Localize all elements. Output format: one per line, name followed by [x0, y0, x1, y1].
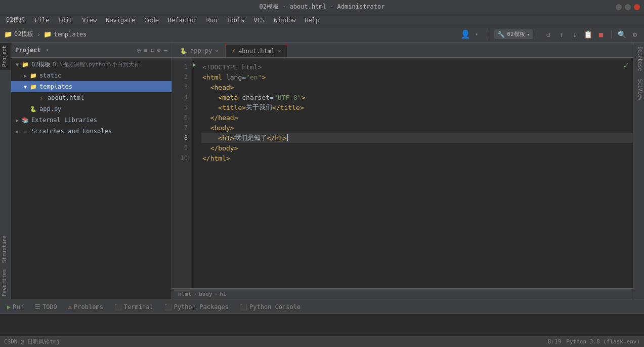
history-button[interactable]: 📋: [583, 29, 593, 40]
maximize-button[interactable]: [625, 4, 631, 10]
code-line-5: <title> 关于我们 </title>: [202, 102, 633, 112]
menu-edit[interactable]: Edit: [54, 16, 77, 25]
code-line-8: <h1> 我们是知了 </h1>: [201, 133, 633, 143]
problems-label: Problems: [74, 303, 103, 311]
about-html-label: about.html: [48, 94, 84, 101]
breadcrumb-html: html: [178, 291, 192, 297]
tab-about-html[interactable]: ⚡ about.html ✕: [225, 44, 287, 57]
editor-breadcrumb: html › body › h1: [172, 288, 633, 299]
sort-icon[interactable]: ⇅: [150, 47, 154, 54]
sync-button[interactable]: ↺: [543, 29, 553, 40]
ext-libs-label: External Libraries: [31, 117, 97, 124]
inspect-code-ok-icon: ✓: [623, 60, 629, 70]
status-csdn[interactable]: CSDN @ 日听风铃tmj: [4, 338, 60, 345]
status-python[interactable]: Python 3.8 (flask-env): [566, 338, 640, 345]
tree-expand-static[interactable]: ▶: [21, 73, 29, 79]
menu-vcs[interactable]: VCS: [249, 16, 269, 25]
right-tabs-strip: Database SciView: [633, 43, 644, 299]
title-bar: 02模板 - about.html - Administrator: [0, 0, 644, 14]
collapse-all-icon[interactable]: ≡: [144, 47, 147, 54]
tab-close-app-py[interactable]: ✕: [215, 48, 218, 54]
project-tab[interactable]: Project: [0, 43, 11, 70]
tree-item-static[interactable]: ▶ 📁 static: [11, 70, 171, 81]
python-packages-icon: ⬛: [164, 303, 172, 311]
chevron-down-icon[interactable]: ▾: [46, 47, 49, 53]
menu-tools[interactable]: Tools: [222, 16, 248, 25]
separator1: [489, 30, 489, 38]
run-icon: ▶: [7, 303, 11, 311]
code-line-3: <head>: [202, 82, 633, 92]
editor-tabs: 🐍 app.py ✕ ⚡ about.html ✕: [172, 43, 633, 58]
tree-item-app-py[interactable]: ▶ 🐍 app.py: [11, 103, 171, 114]
bottom-panel: ▶ Run ☰ TODO ⚠ Problems ⬛ Terminal ⬛ Pyt…: [0, 299, 644, 336]
window-controls[interactable]: [616, 4, 640, 10]
status-bar: CSDN @ 日听风铃tmj 8:19 Python 3.8 (flask-en…: [0, 336, 644, 347]
run-tab[interactable]: ▶ Run: [2, 302, 29, 312]
project-tree: ▼ 📁 02模板 D:\视频课程\python\小白到大神 ▶ 📁 static…: [11, 58, 171, 299]
breadcrumb-arr2: ›: [214, 291, 218, 297]
sciview-tab[interactable]: SciView: [633, 75, 644, 104]
close-button[interactable]: [634, 4, 640, 10]
menu-02moba[interactable]: 02模板: [2, 15, 29, 25]
line-num-1: 1: [172, 62, 192, 72]
tree-expand-scratch[interactable]: ▶: [13, 129, 21, 134]
top-toolbar: 📁 02模板 › 📁 templates 👤 ▾ 🔧 02模板 ▾ ↺ ↑ ↓ …: [0, 26, 644, 43]
menu-window[interactable]: Window: [270, 16, 299, 25]
tree-item-about-html[interactable]: ▶ ⚡ about.html: [11, 92, 171, 103]
left-tabs-strip: Project Structure Favorites: [0, 43, 11, 299]
app-py-icon: 🐍: [29, 105, 37, 112]
line-num-3: 3: [172, 82, 192, 92]
tree-item-templates[interactable]: ▼ 📁 templates: [11, 81, 171, 92]
favorites-tab[interactable]: Favorites: [0, 266, 11, 299]
tree-item-external-libs[interactable]: ▶ 📚 External Libraries: [11, 114, 171, 126]
menu-code[interactable]: Code: [140, 16, 163, 25]
about-html-tab-label: about.html: [238, 48, 275, 55]
tree-item-scratches[interactable]: ▶ ✏ Scratches and Consoles: [11, 126, 171, 137]
project-panel: Project ▾ ◎ ≡ ⇅ ⚙ — ▼ 📁 02模板 D:\视频课程\pyt…: [11, 43, 172, 299]
menu-run[interactable]: Run: [202, 16, 222, 25]
locate-icon[interactable]: ◎: [137, 47, 141, 54]
tree-expand-templates[interactable]: ▼: [21, 84, 29, 90]
menu-refactor[interactable]: Refactor: [164, 16, 201, 25]
templates-label-tree: templates: [39, 83, 72, 90]
tree-item-root[interactable]: ▼ 📁 02模板 D:\视频课程\python\小白到大神: [11, 59, 171, 70]
text-cursor: [287, 134, 288, 141]
ext-libs-icon: 📚: [21, 117, 29, 124]
vcs-dropdown[interactable]: 🔧 02模板 ▾: [494, 29, 533, 39]
terminal-label: Terminal: [124, 303, 153, 311]
todo-icon: ☰: [35, 303, 40, 311]
tab-close-about-html[interactable]: ✕: [278, 48, 281, 54]
python-packages-tab[interactable]: ⬛ Python Packages: [159, 302, 234, 312]
chevron-down-icon[interactable]: ▾: [471, 29, 482, 40]
terminal-tab[interactable]: ⬛ Terminal: [109, 302, 158, 312]
menu-help[interactable]: Help: [301, 16, 324, 25]
tree-expand-root[interactable]: ▼: [13, 62, 21, 67]
tree-expand-ext[interactable]: ▶: [13, 118, 21, 123]
project-folder-icon: 📁: [4, 30, 12, 38]
status-position[interactable]: 8:19: [548, 338, 562, 345]
push-button[interactable]: ↑: [556, 29, 567, 40]
menu-file[interactable]: File: [30, 16, 53, 25]
database-tab[interactable]: Database: [633, 43, 644, 75]
search-everywhere-button[interactable]: 🔍: [617, 29, 627, 40]
panel-close-icon[interactable]: —: [164, 47, 167, 54]
code-content[interactable]: ▶ <!DOCTYPE html> <html lang="en" > <hea…: [192, 58, 633, 288]
panel-settings-icon[interactable]: ⚙: [157, 47, 161, 54]
python-console-tab[interactable]: ⬛ Python Console: [235, 302, 306, 312]
rollback-button[interactable]: ■: [596, 29, 606, 40]
todo-tab[interactable]: ☰ TODO: [30, 302, 62, 312]
settings-button[interactable]: ⚙: [630, 29, 640, 40]
doctype-text: <!DOCTYPE html>: [202, 63, 262, 71]
minimize-button[interactable]: [616, 4, 622, 10]
python-console-icon: ⬛: [240, 303, 247, 311]
structure-tab[interactable]: Structure: [0, 233, 11, 266]
line-numbers: 1 2 3 4 5 6 7 8 9 10: [172, 58, 192, 288]
templates-folder-icon: 📁: [44, 30, 52, 38]
tab-app-py[interactable]: 🐍 app.py ✕: [174, 44, 224, 57]
line-num-10: 10: [172, 153, 192, 163]
update-button[interactable]: ↓: [570, 29, 580, 40]
user-icon[interactable]: 👤: [460, 29, 470, 40]
problems-tab[interactable]: ⚠ Problems: [63, 302, 108, 312]
menu-navigate[interactable]: Navigate: [102, 16, 139, 25]
menu-view[interactable]: View: [78, 16, 101, 25]
